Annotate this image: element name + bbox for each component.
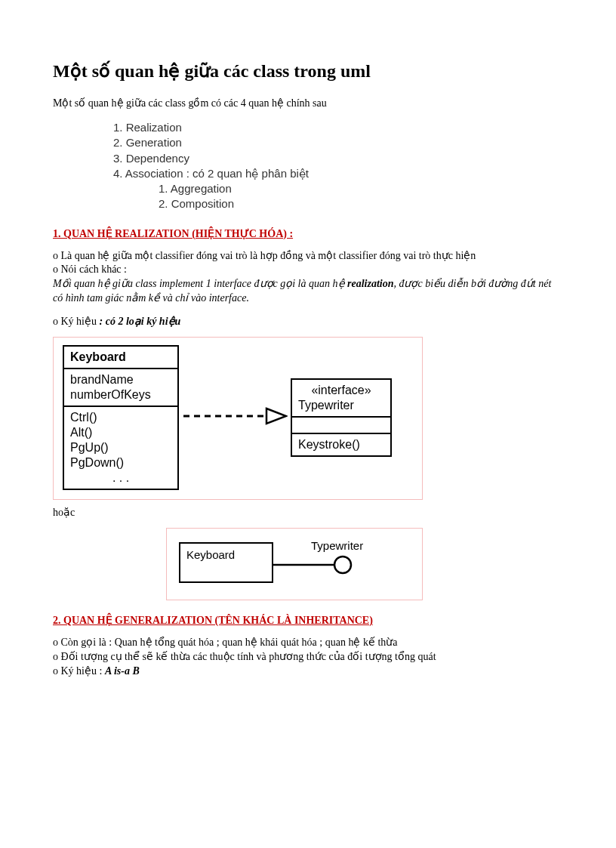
list-item: 4. Association : có 2 quan hệ phân biệt — [113, 166, 563, 181]
uml-class-keyboard: Keyboard brandName numberOfKeys Ctrl() A… — [63, 345, 179, 490]
class-op: . . . — [70, 470, 171, 486]
interface-operations: Keystroke() — [292, 434, 390, 455]
figure-realization-lollipop: Keyboard Typewriter — [166, 528, 423, 600]
class-name: Keyboard — [186, 548, 235, 561]
section-1-para: o Nói cách khác : — [53, 263, 563, 277]
svg-marker-1 — [266, 409, 286, 424]
class-attr: numberOfKeys — [70, 387, 171, 402]
interface-empty-section — [292, 418, 390, 434]
sublist-item: 2. Composition — [159, 196, 563, 211]
intro-text: Một số quan hệ giữa các class gồm có các… — [53, 97, 563, 109]
svg-point-3 — [334, 557, 351, 573]
uml-class-keyboard-simple: Keyboard — [179, 542, 273, 583]
relation-list: 1. Realization 2. Generation 3. Dependen… — [113, 120, 563, 212]
interface-op: Keystroke() — [298, 437, 384, 452]
interface-name: Typewriter — [298, 398, 384, 413]
class-op: PgUp() — [70, 440, 171, 455]
text-span: o Ký hiệu : — [53, 665, 105, 677]
class-attributes: brandName numberOfKeys — [64, 369, 177, 407]
text-span: o Ký hiệu — [53, 316, 100, 327]
interface-header: «interface» Typewriter — [292, 380, 390, 418]
list-item: 2. Generation — [113, 135, 563, 150]
isa-label: A is-a B — [105, 665, 140, 677]
realization-keyword: realization — [347, 278, 393, 289]
stereotype-label: «interface» — [298, 383, 384, 398]
page-title: Một số quan hệ giữa các class trong uml — [53, 60, 563, 82]
class-op: PgDown() — [70, 455, 171, 470]
or-label: hoặc — [53, 506, 563, 520]
section-1-heading: 1. QUAN HỆ REALIZATION (HIỆN THỰC HÓA) : — [53, 227, 563, 240]
uml-interface-typewriter: «interface» Typewriter Keystroke() — [291, 378, 392, 457]
figure-realization-dashed: Keyboard brandName numberOfKeys Ctrl() A… — [53, 337, 423, 500]
realization-arrow — [179, 401, 291, 434]
section-1-para-italic: Mối quan hệ giữa class implement 1 inter… — [53, 277, 563, 306]
section-2-heading: 2. QUAN HỆ GENERALIZATION (TÊN KHÁC LÀ I… — [53, 614, 563, 627]
sublist-item: 1. Aggregation — [159, 181, 563, 196]
class-name: Keyboard — [64, 347, 177, 369]
section-1-para: o Ký hiệu : có 2 loại ký hiệu — [53, 315, 563, 329]
class-operations: Ctrl() Alt() PgUp() PgDown() . . . — [64, 407, 177, 489]
text-span-bolditalic: : có 2 loại ký hiệu — [100, 316, 181, 327]
class-op: Alt() — [70, 425, 171, 440]
section-2-para: o Còn gọi là : Quan hệ tổng quát hóa ; q… — [53, 636, 563, 650]
document-page: Một số quan hệ giữa các class trong uml … — [0, 0, 616, 724]
section-1-para: o Là quan hệ giữa một classifier đóng va… — [53, 249, 563, 264]
section-2-para: o Đối tượng cụ thể sẽ kế thừa các thuộc … — [53, 650, 563, 665]
text-span: Mối quan hệ giữa class implement 1 inter… — [53, 278, 347, 289]
class-op: Ctrl() — [70, 410, 171, 425]
list-item: 3. Dependency — [113, 151, 563, 166]
list-item: 1. Realization — [113, 120, 563, 135]
interface-name-label: Typewriter — [311, 539, 363, 552]
class-attr: brandName — [70, 372, 171, 387]
section-2-para: o Ký hiệu : A is-a B — [53, 665, 563, 679]
